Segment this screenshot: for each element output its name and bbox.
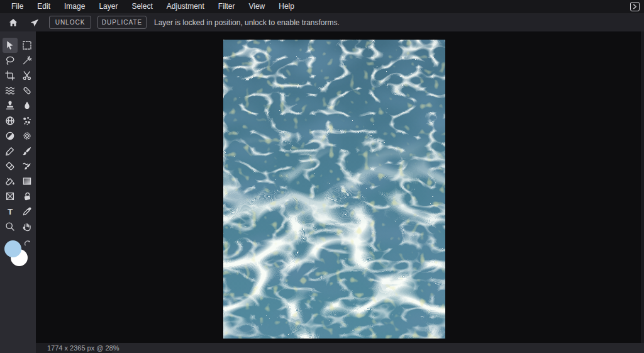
pointer-icon (5, 40, 15, 50)
tool-arrange[interactable] (3, 38, 18, 53)
document-info: 1774 x 2365 px @ 28% (36, 343, 112, 353)
tool-hand[interactable] (19, 219, 35, 234)
crop-icon (5, 70, 15, 81)
layer-locked-message: Layer is locked in position, unlock to e… (154, 18, 340, 27)
paintbrush-icon (22, 146, 32, 156)
menu-layer[interactable]: Layer (94, 0, 123, 13)
half-circle-icon (5, 131, 15, 141)
tool-liquify[interactable] (3, 83, 18, 98)
hand-icon (22, 221, 32, 232)
flag-icon (30, 18, 40, 28)
menu-select[interactable]: Select (126, 0, 157, 13)
lasso-loop-icon (5, 55, 15, 65)
menu-view[interactable]: View (243, 0, 270, 13)
tool-lasso[interactable] (3, 53, 18, 68)
chevron-right-icon (632, 4, 638, 9)
home-icon (8, 18, 18, 28)
tool-zoom[interactable] (3, 219, 18, 234)
tool-blur[interactable] (19, 98, 35, 113)
status-bar: 1774 x 2365 px @ 28% (36, 343, 644, 353)
tool-crop[interactable] (3, 68, 18, 83)
tool-options-bar: UNLOCK DUPLICATE Layer is locked in posi… (0, 13, 644, 31)
pointer-flag-button[interactable] (28, 16, 42, 30)
menu-edit[interactable]: Edit (32, 0, 55, 13)
droplet-icon (22, 101, 32, 111)
tool-cutout[interactable] (19, 68, 35, 83)
canvas-right-edge (641, 31, 644, 343)
tool-text[interactable]: T (3, 204, 18, 219)
gear-icon (22, 131, 32, 141)
document-image[interactable] (223, 40, 445, 339)
tool-bulge[interactable] (3, 113, 18, 128)
bandage-icon (22, 86, 32, 96)
photo-editor-app: File Edit Image Layer Select Adjustment … (0, 0, 644, 353)
menu-file[interactable]: File (6, 0, 28, 13)
tool-brush[interactable] (19, 143, 35, 159)
menu-image[interactable]: Image (59, 0, 90, 13)
tool-heal[interactable] (19, 83, 35, 98)
text-T-icon: T (5, 206, 15, 216)
padlock-icon (22, 191, 32, 201)
tool-sharpen[interactable] (19, 128, 35, 143)
unlock-button[interactable]: UNLOCK (49, 16, 91, 29)
swap-colors-arrow-icon (24, 240, 31, 247)
tool-pen[interactable] (3, 143, 18, 159)
magic-wand-icon (22, 55, 32, 65)
magnifier-icon (5, 221, 15, 232)
foreground-color-swatch[interactable] (4, 240, 21, 257)
scissors-icon (22, 70, 32, 81)
stamp-icon (5, 101, 15, 111)
canvas-area[interactable] (36, 31, 644, 343)
duplicate-button[interactable]: DUPLICATE (97, 16, 147, 29)
swap-colors-button[interactable] (24, 238, 31, 246)
svg-text:T: T (8, 207, 13, 216)
tool-gradient[interactable] (19, 174, 35, 189)
brush-swirl-icon (22, 161, 32, 171)
home-button[interactable] (6, 16, 20, 30)
dots-cluster-icon (22, 116, 32, 126)
tool-grid: T (0, 31, 36, 234)
menu-help[interactable]: Help (274, 0, 299, 13)
eyedropper-icon (22, 206, 32, 216)
tool-wand[interactable] (19, 53, 35, 68)
menu-bar: File Edit Image Layer Select Adjustment … (0, 0, 644, 13)
tool-shape[interactable] (19, 189, 35, 204)
gradient-square-icon (22, 176, 32, 186)
toggle-right-panel-button[interactable] (630, 2, 640, 11)
eraser-icon (5, 161, 15, 171)
color-swatches (0, 238, 36, 273)
tool-smudge[interactable] (19, 159, 35, 174)
tool-disperse[interactable] (19, 113, 35, 128)
tool-fill[interactable] (3, 174, 18, 189)
menu-adjustment[interactable]: Adjustment (162, 0, 209, 13)
dashed-rectangle-icon (22, 40, 32, 50)
tool-eraser[interactable] (3, 159, 18, 174)
tool-marquee[interactable] (19, 38, 35, 53)
crossed-box-icon (5, 191, 15, 201)
tool-picker[interactable] (19, 204, 35, 219)
waves-icon (5, 86, 15, 96)
tool-dodge-burn[interactable] (3, 128, 18, 143)
tools-sidebar: T (0, 31, 36, 353)
sphere-grid-icon (5, 116, 15, 126)
tool-frame[interactable] (3, 189, 18, 204)
paint-bucket-icon (5, 176, 15, 186)
menu-filter[interactable]: Filter (213, 0, 240, 13)
pen-icon (5, 146, 15, 156)
tool-clone[interactable] (3, 98, 18, 113)
